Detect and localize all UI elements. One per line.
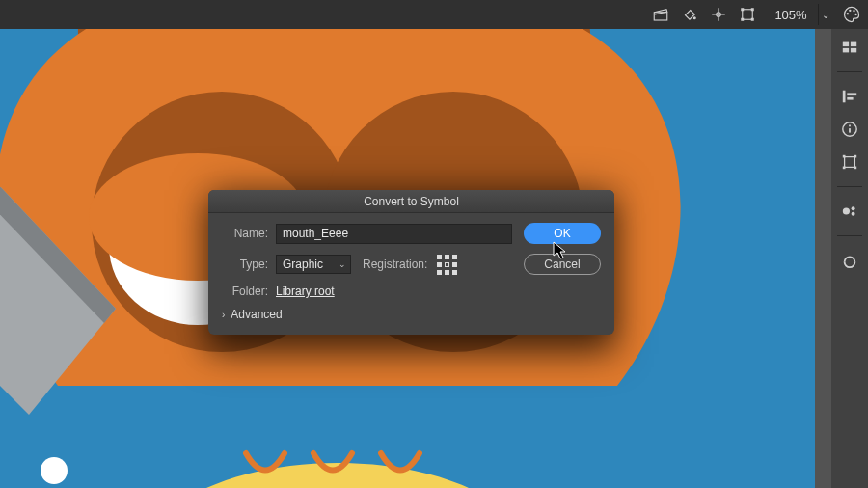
type-label: Type: xyxy=(222,258,268,271)
type-select-value: Graphic xyxy=(283,258,323,271)
svg-rect-32 xyxy=(854,167,857,170)
color-palette-icon[interactable] xyxy=(841,4,862,25)
svg-rect-22 xyxy=(843,91,846,103)
svg-rect-23 xyxy=(847,93,856,95)
svg-rect-21 xyxy=(851,48,856,53)
chevron-right-icon: › xyxy=(222,310,225,320)
svg-rect-12 xyxy=(741,18,744,21)
svg-rect-27 xyxy=(849,125,851,127)
svg-rect-18 xyxy=(843,42,849,47)
right-panel-strip xyxy=(831,29,868,488)
fill-icon[interactable] xyxy=(677,2,702,27)
svg-rect-30 xyxy=(854,155,857,158)
svg-point-16 xyxy=(853,10,854,12)
svg-rect-20 xyxy=(843,48,849,53)
svg-rect-10 xyxy=(741,8,744,11)
svg-rect-9 xyxy=(743,10,753,20)
clapperboard-icon[interactable] xyxy=(648,2,673,27)
svg-point-35 xyxy=(852,212,855,216)
options-bar: ⌄ xyxy=(0,0,868,29)
svg-rect-13 xyxy=(751,18,754,21)
zoom-control[interactable]: ⌄ xyxy=(764,4,831,25)
dialog-title: Convert to Symbol xyxy=(208,190,614,213)
svg-point-33 xyxy=(843,207,850,214)
advanced-label: Advanced xyxy=(231,308,282,321)
folder-label: Folder: xyxy=(222,285,268,298)
align-icon[interactable] xyxy=(839,86,860,107)
ok-button[interactable]: OK xyxy=(524,223,601,244)
symbol-name-input[interactable] xyxy=(276,224,512,244)
svg-rect-29 xyxy=(843,155,846,158)
zoom-input[interactable] xyxy=(764,4,818,25)
type-select[interactable]: Graphic ⌄ xyxy=(276,255,351,274)
convert-to-symbol-dialog: Convert to Symbol Name: OK Type: Graphic… xyxy=(208,190,614,335)
svg-point-7 xyxy=(693,16,696,19)
bounding-box-icon[interactable] xyxy=(735,2,760,27)
svg-rect-24 xyxy=(847,97,853,100)
name-label: Name: xyxy=(222,227,268,240)
svg-rect-26 xyxy=(849,128,851,133)
svg-rect-28 xyxy=(845,157,855,168)
chevron-down-icon: ⌄ xyxy=(339,259,346,269)
svg-point-17 xyxy=(854,14,856,15)
vertical-scrollbar[interactable] xyxy=(815,29,831,488)
components-icon[interactable] xyxy=(839,201,860,222)
info-icon[interactable] xyxy=(839,119,860,140)
svg-point-15 xyxy=(849,10,851,12)
cc-libraries-icon[interactable] xyxy=(839,250,860,271)
svg-rect-19 xyxy=(851,42,856,47)
zoom-dropdown-icon[interactable]: ⌄ xyxy=(818,4,831,25)
svg-rect-31 xyxy=(843,167,846,170)
folder-link[interactable]: Library root xyxy=(276,285,335,298)
advanced-toggle[interactable]: › Advanced xyxy=(222,308,601,321)
transform-icon[interactable] xyxy=(839,151,860,173)
svg-point-14 xyxy=(847,13,849,14)
swatches-icon[interactable] xyxy=(839,37,860,58)
svg-point-5 xyxy=(41,457,68,484)
cancel-button[interactable]: Cancel xyxy=(524,254,601,275)
registration-grid[interactable] xyxy=(437,255,457,275)
center-icon[interactable] xyxy=(706,2,731,27)
svg-point-34 xyxy=(852,206,855,210)
registration-label: Registration: xyxy=(363,258,427,271)
svg-rect-11 xyxy=(751,8,754,11)
